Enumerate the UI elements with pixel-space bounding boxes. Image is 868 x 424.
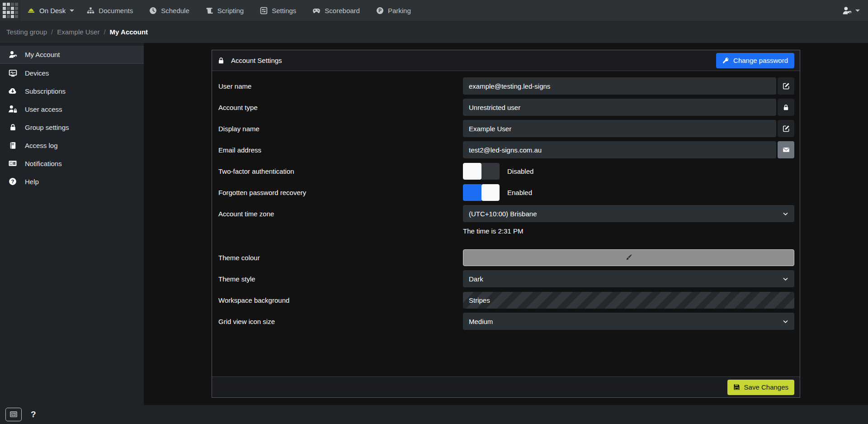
app-logo[interactable] (0, 0, 21, 21)
time-zone-value: (UTC+10:00) Brisbane (469, 210, 537, 218)
newspaper-icon (7, 159, 18, 168)
sidebar-item-label: Devices (25, 69, 49, 77)
lock-icon (217, 57, 225, 64)
edit-display-name-button[interactable] (778, 120, 794, 137)
theme-colour-picker[interactable] (463, 249, 794, 266)
user-gear-icon (842, 6, 852, 15)
edit-user-name-button[interactable] (778, 77, 794, 95)
sidebar-item-access-log[interactable]: Access log (0, 136, 144, 154)
current-time-note: The time is 2:31 PM (463, 227, 523, 235)
grid-icon-size-value: Medium (469, 318, 493, 325)
floppy-disk-icon (733, 384, 740, 391)
nav-label: Scoreboard (325, 7, 360, 14)
nav-item-scripting[interactable]: Scripting (206, 7, 244, 14)
main-area: Account Settings Change password User na… (144, 43, 868, 405)
email-address-label: Email address (217, 146, 463, 154)
nav-item-parking[interactable]: P Parking (376, 7, 411, 14)
lock-icon (7, 124, 18, 131)
nav-item-settings[interactable]: Settings (260, 7, 296, 14)
workspace-background-picker[interactable]: Stripes (463, 292, 794, 309)
user-name-input[interactable] (463, 77, 776, 95)
account-settings-panel: Account Settings Change password User na… (212, 50, 800, 398)
theme-colour-label: Theme colour (217, 254, 463, 262)
key-icon (722, 57, 729, 64)
email-action-button[interactable] (778, 141, 794, 158)
breadcrumb-group[interactable]: Testing group (6, 28, 47, 36)
tv-pulse-icon (7, 69, 18, 77)
grid-icon-size-select[interactable]: Medium (463, 313, 794, 330)
sidebar-item-my-account[interactable]: My Account (0, 46, 144, 64)
chevron-down-icon (783, 319, 788, 324)
nav-label: Schedule (161, 7, 189, 14)
sidebar-item-label: User access (25, 105, 62, 113)
workspace-background-label: Workspace background (217, 296, 463, 304)
journal-icon (7, 142, 18, 149)
change-password-label: Change password (733, 57, 788, 64)
account-type-input[interactable] (463, 99, 776, 116)
toggle-track (463, 184, 481, 201)
sidebar-item-label: Help (25, 178, 39, 186)
lock-icon (783, 104, 789, 111)
sidebar-item-label: Access log (25, 142, 58, 149)
save-changes-button[interactable]: Save Changes (727, 380, 794, 395)
clock-icon (149, 7, 157, 14)
panel-header: Account Settings Change password (212, 50, 800, 71)
nav-item-documents[interactable]: Documents (87, 7, 133, 14)
sidebar-item-group-settings[interactable]: Group settings (0, 118, 144, 136)
two-factor-toggle[interactable] (463, 163, 500, 180)
svg-text:P: P (378, 8, 382, 13)
time-zone-select[interactable]: (UTC+10:00) Brisbane (463, 205, 794, 222)
sidebar: My Account Devices Subscriptions User ac… (0, 43, 144, 405)
panel-title: Account Settings (231, 57, 282, 64)
chevron-down-icon (70, 10, 74, 12)
theme-style-select[interactable]: Dark (463, 270, 794, 287)
screen-preview-button[interactable] (5, 408, 22, 421)
paintbrush-icon (625, 254, 632, 261)
pixel-grid-logo-icon (3, 3, 18, 18)
sidebar-item-subscriptions[interactable]: Subscriptions (0, 82, 144, 100)
cloud-download-icon (7, 86, 18, 95)
top-navigation-bar: On Desk Documents Schedule Scripting (0, 0, 868, 21)
nav-label: Parking (388, 7, 411, 14)
display-name-input[interactable] (463, 120, 776, 137)
toggle-track (481, 163, 500, 180)
nav-label: Documents (99, 7, 133, 14)
nav-item-scoreboard[interactable]: Scoreboard (312, 6, 360, 14)
question-circle-icon: ? (7, 177, 18, 186)
primary-nav: Documents Schedule Scripting Settings Sc… (87, 6, 410, 14)
theme-style-label: Theme style (217, 275, 463, 283)
breadcrumb-user[interactable]: Example User (57, 28, 99, 36)
brand-label: On Desk (39, 7, 66, 14)
chevron-down-icon (783, 276, 788, 282)
theme-style-value: Dark (469, 275, 483, 283)
account-type-locked-button[interactable] (778, 99, 794, 116)
user-name-label: User name (217, 82, 463, 90)
sidebar-item-label: Notifications (25, 160, 62, 167)
sidebar-item-user-access[interactable]: User access (0, 100, 144, 118)
breadcrumb-current: My Account (110, 28, 148, 36)
sliders-square-icon (260, 7, 268, 14)
email-address-input[interactable] (463, 141, 776, 158)
sidebar-item-notifications[interactable]: Notifications (0, 154, 144, 172)
circle-p-icon: P (376, 7, 384, 14)
toggle-knob (463, 163, 481, 180)
password-recovery-toggle[interactable] (463, 184, 500, 201)
user-gear-icon (7, 50, 18, 59)
sidebar-item-help[interactable]: ? Help (0, 172, 144, 191)
user-lock-icon (7, 105, 18, 114)
brand-menu[interactable]: On Desk (27, 6, 74, 14)
sidebar-item-devices[interactable]: Devices (0, 64, 144, 82)
gamepad-icon (312, 6, 321, 14)
breadcrumb: Testing group / Example User / My Accoun… (0, 21, 868, 43)
save-changes-label: Save Changes (744, 383, 788, 391)
help-icon[interactable]: ? (31, 410, 36, 419)
two-factor-status: Disabled (507, 167, 533, 175)
breadcrumb-separator: / (104, 28, 105, 36)
password-recovery-status: Enabled (507, 189, 532, 196)
nav-item-schedule[interactable]: Schedule (149, 7, 189, 14)
hard-hat-icon (27, 6, 35, 14)
display-name-label: Display name (217, 125, 463, 133)
time-zone-label: Account time zone (217, 210, 463, 218)
change-password-button[interactable]: Change password (716, 53, 794, 68)
account-menu[interactable] (842, 6, 860, 15)
